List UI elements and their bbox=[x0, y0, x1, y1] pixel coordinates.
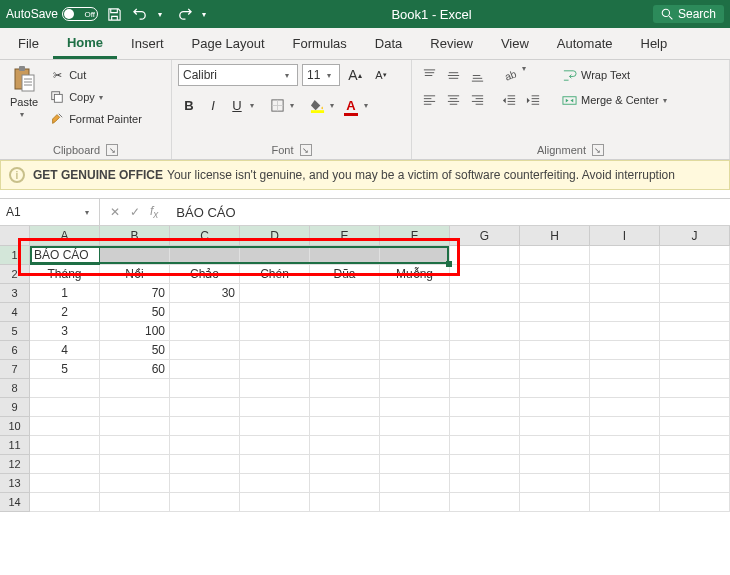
cell-A7[interactable]: 5 bbox=[30, 360, 100, 379]
cell-D3[interactable] bbox=[240, 284, 310, 303]
font-size-combo[interactable]: 11▾ bbox=[302, 64, 340, 86]
align-right-icon[interactable] bbox=[466, 89, 488, 111]
cell-D10[interactable] bbox=[240, 417, 310, 436]
row-header-8[interactable]: 8 bbox=[0, 379, 30, 398]
cell-F14[interactable] bbox=[380, 493, 450, 512]
cell-A2[interactable]: Tháng bbox=[30, 265, 100, 284]
cell-I12[interactable] bbox=[590, 455, 660, 474]
cell-D9[interactable] bbox=[240, 398, 310, 417]
cell-G9[interactable] bbox=[450, 398, 520, 417]
cell-B14[interactable] bbox=[100, 493, 170, 512]
cell-J7[interactable] bbox=[660, 360, 730, 379]
cell-G1[interactable] bbox=[450, 246, 520, 265]
col-header-J[interactable]: J bbox=[660, 226, 730, 246]
cell-C1[interactable] bbox=[170, 246, 240, 265]
cell-H10[interactable] bbox=[520, 417, 590, 436]
col-header-G[interactable]: G bbox=[450, 226, 520, 246]
fill-color-button[interactable] bbox=[306, 94, 328, 116]
row-header-1[interactable]: 1 bbox=[0, 246, 30, 265]
cell-I6[interactable] bbox=[590, 341, 660, 360]
cell-J13[interactable] bbox=[660, 474, 730, 493]
col-header-H[interactable]: H bbox=[520, 226, 590, 246]
cell-H2[interactable] bbox=[520, 265, 590, 284]
cell-F10[interactable] bbox=[380, 417, 450, 436]
cell-B1[interactable] bbox=[100, 246, 170, 265]
cell-G5[interactable] bbox=[450, 322, 520, 341]
cell-F7[interactable] bbox=[380, 360, 450, 379]
cell-F2[interactable]: Muỗng bbox=[380, 265, 450, 284]
cell-J12[interactable] bbox=[660, 455, 730, 474]
cell-J1[interactable] bbox=[660, 246, 730, 265]
cell-B6[interactable]: 50 bbox=[100, 341, 170, 360]
cell-F5[interactable] bbox=[380, 322, 450, 341]
cell-J14[interactable] bbox=[660, 493, 730, 512]
cell-I5[interactable] bbox=[590, 322, 660, 341]
cell-A3[interactable]: 1 bbox=[30, 284, 100, 303]
cell-A14[interactable] bbox=[30, 493, 100, 512]
autosave-toggle[interactable]: AutoSave Off bbox=[6, 7, 98, 21]
cell-C6[interactable] bbox=[170, 341, 240, 360]
cell-G10[interactable] bbox=[450, 417, 520, 436]
cell-F12[interactable] bbox=[380, 455, 450, 474]
cell-A10[interactable] bbox=[30, 417, 100, 436]
cell-E9[interactable] bbox=[310, 398, 380, 417]
col-header-B[interactable]: B bbox=[100, 226, 170, 246]
tab-insert[interactable]: Insert bbox=[117, 30, 178, 57]
cell-I10[interactable] bbox=[590, 417, 660, 436]
increase-indent-icon[interactable] bbox=[522, 89, 544, 111]
cell-D4[interactable] bbox=[240, 303, 310, 322]
qat-customize[interactable]: ▾ bbox=[202, 10, 210, 19]
undo-icon[interactable] bbox=[132, 6, 148, 22]
row-header-13[interactable]: 13 bbox=[0, 474, 30, 493]
cell-E8[interactable] bbox=[310, 379, 380, 398]
cell-G2[interactable] bbox=[450, 265, 520, 284]
cell-D7[interactable] bbox=[240, 360, 310, 379]
formula-bar[interactable]: BÁO CÁO bbox=[168, 205, 730, 220]
cell-B5[interactable]: 100 bbox=[100, 322, 170, 341]
tab-file[interactable]: File bbox=[4, 30, 53, 57]
col-header-A[interactable]: A bbox=[30, 226, 100, 246]
increase-font-icon[interactable]: A▴ bbox=[344, 64, 366, 86]
borders-button[interactable] bbox=[266, 94, 288, 116]
cell-H8[interactable] bbox=[520, 379, 590, 398]
cell-E2[interactable]: Đũa bbox=[310, 265, 380, 284]
tab-data[interactable]: Data bbox=[361, 30, 416, 57]
cell-A11[interactable] bbox=[30, 436, 100, 455]
cell-E12[interactable] bbox=[310, 455, 380, 474]
cell-C8[interactable] bbox=[170, 379, 240, 398]
cell-I11[interactable] bbox=[590, 436, 660, 455]
cell-H12[interactable] bbox=[520, 455, 590, 474]
decrease-font-icon[interactable]: A▾ bbox=[370, 64, 392, 86]
cell-C14[interactable] bbox=[170, 493, 240, 512]
wrap-text-button[interactable]: Wrap Text bbox=[558, 64, 674, 86]
cell-H9[interactable] bbox=[520, 398, 590, 417]
cell-D1[interactable] bbox=[240, 246, 310, 265]
row-header-4[interactable]: 4 bbox=[0, 303, 30, 322]
row-header-14[interactable]: 14 bbox=[0, 493, 30, 512]
decrease-indent-icon[interactable] bbox=[498, 89, 520, 111]
cell-D14[interactable] bbox=[240, 493, 310, 512]
cell-B3[interactable]: 70 bbox=[100, 284, 170, 303]
row-header-6[interactable]: 6 bbox=[0, 341, 30, 360]
cell-H14[interactable] bbox=[520, 493, 590, 512]
row-header-3[interactable]: 3 bbox=[0, 284, 30, 303]
cell-A5[interactable]: 3 bbox=[30, 322, 100, 341]
cancel-formula-icon[interactable]: ✕ bbox=[110, 205, 120, 219]
cell-A13[interactable] bbox=[30, 474, 100, 493]
cell-B4[interactable]: 50 bbox=[100, 303, 170, 322]
row-header-12[interactable]: 12 bbox=[0, 455, 30, 474]
cell-F8[interactable] bbox=[380, 379, 450, 398]
cell-H7[interactable] bbox=[520, 360, 590, 379]
paste-button[interactable]: Paste ▾ bbox=[6, 64, 42, 121]
fill-handle[interactable] bbox=[446, 261, 452, 267]
row-header-7[interactable]: 7 bbox=[0, 360, 30, 379]
align-top-icon[interactable] bbox=[418, 64, 440, 86]
cell-F4[interactable] bbox=[380, 303, 450, 322]
row-header-5[interactable]: 5 bbox=[0, 322, 30, 341]
col-header-F[interactable]: F bbox=[380, 226, 450, 246]
cell-J10[interactable] bbox=[660, 417, 730, 436]
cell-E11[interactable] bbox=[310, 436, 380, 455]
align-middle-icon[interactable] bbox=[442, 64, 464, 86]
cell-C10[interactable] bbox=[170, 417, 240, 436]
cell-B9[interactable] bbox=[100, 398, 170, 417]
